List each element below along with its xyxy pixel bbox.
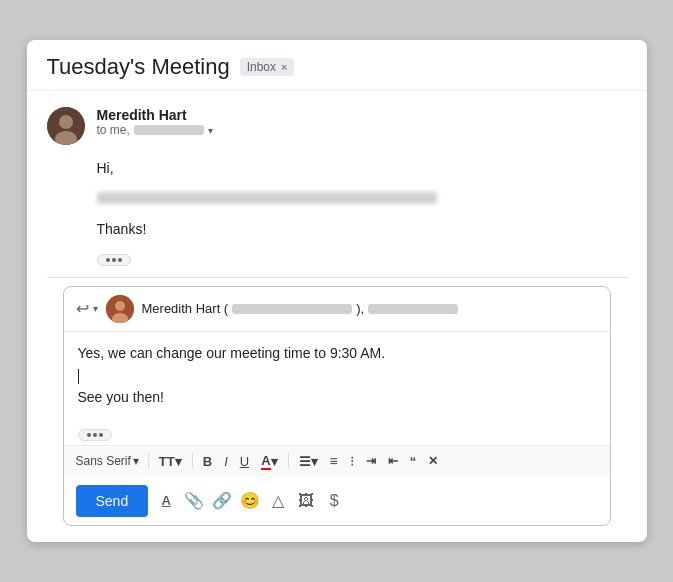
reply-recipient-email-blurred bbox=[232, 304, 352, 314]
dot-r3 bbox=[99, 433, 103, 437]
align-arrow: ▾ bbox=[311, 454, 318, 469]
sender-name: Meredith Hart bbox=[97, 107, 213, 123]
insert-link-icon[interactable]: 🔗 bbox=[212, 491, 232, 511]
reply-avatar-img bbox=[106, 295, 134, 323]
insert-emoji-icon[interactable]: 😊 bbox=[240, 491, 260, 511]
indent-icon: ⇥ bbox=[366, 454, 376, 468]
dot2 bbox=[112, 258, 116, 262]
reply-sender-avatar bbox=[106, 295, 134, 323]
inbox-badge[interactable]: Inbox × bbox=[240, 58, 295, 76]
sender-to-line: to me, ▾ bbox=[97, 123, 213, 137]
outdent-icon: ⇤ bbox=[388, 454, 398, 468]
reply-to-field[interactable]: Meredith Hart ( ), bbox=[142, 301, 598, 316]
reply-line1: Yes, we can change our meeting time to 9… bbox=[78, 345, 386, 361]
svg-point-1 bbox=[59, 115, 73, 129]
reply-icons: ↩ ▾ bbox=[76, 299, 98, 318]
underline-button[interactable]: U bbox=[235, 451, 254, 472]
chevron-down-reply-icon[interactable]: ▾ bbox=[93, 303, 98, 314]
dot-r1 bbox=[87, 433, 91, 437]
reply-ellipsis-row bbox=[64, 419, 610, 445]
text-color-arrow: ▾ bbox=[271, 454, 278, 469]
unordered-list-button[interactable]: ⁝ bbox=[345, 450, 359, 472]
svg-point-4 bbox=[115, 301, 125, 311]
to-label: to me, bbox=[97, 123, 130, 137]
ordered-list-button[interactable]: ≡ bbox=[325, 450, 343, 472]
italic-button[interactable]: I bbox=[219, 451, 233, 472]
bold-button[interactable]: B bbox=[198, 451, 217, 472]
chevron-down-icon[interactable]: ▾ bbox=[208, 125, 213, 136]
reply-line2: See you then! bbox=[78, 389, 164, 405]
font-size-button[interactable]: TT ▾ bbox=[154, 451, 187, 472]
recipient-blurred bbox=[134, 125, 204, 135]
indent-button[interactable]: ⇥ bbox=[361, 451, 381, 471]
reply-recipient-close-paren: ), bbox=[356, 301, 364, 316]
font-family-selector[interactable]: Sans Serif ▾ bbox=[72, 451, 143, 471]
toolbar-separator-2 bbox=[192, 453, 193, 469]
insert-dollar-icon[interactable]: $ bbox=[324, 491, 344, 511]
greeting-line: Hi, bbox=[97, 157, 627, 179]
insert-photo-icon[interactable]: 🖼 bbox=[296, 491, 316, 511]
action-bar: Send A 📎 🔗 😊 △ 🖼 $ bbox=[64, 477, 610, 525]
reply-recipient-name: Meredith Hart ( bbox=[142, 301, 229, 316]
ul-icon: ⁝ bbox=[350, 453, 354, 469]
clear-formatting-button[interactable]: ✕ bbox=[423, 451, 443, 471]
text-color-icon: A bbox=[261, 453, 270, 470]
font-family-arrow: ▾ bbox=[133, 454, 139, 468]
reply-recipient2-blurred bbox=[368, 304, 458, 314]
dot3 bbox=[118, 258, 122, 262]
reply-body[interactable]: Yes, we can change our meeting time to 9… bbox=[64, 332, 610, 419]
reply-text[interactable]: Yes, we can change our meeting time to 9… bbox=[78, 342, 596, 409]
toolbar-separator-3 bbox=[288, 453, 289, 469]
dot1 bbox=[106, 258, 110, 262]
reply-to-row: ↩ ▾ Meredith Hart ( ), bbox=[64, 287, 610, 332]
clear-format-icon: ✕ bbox=[428, 454, 438, 468]
font-size-icon: TT bbox=[159, 454, 175, 469]
google-drive-icon[interactable]: △ bbox=[268, 491, 288, 511]
divider bbox=[47, 277, 627, 278]
text-cursor bbox=[78, 369, 79, 384]
outdent-button[interactable]: ⇤ bbox=[383, 451, 403, 471]
reply-compose-box[interactable]: ↩ ▾ Meredith Hart ( ), bbox=[63, 286, 611, 526]
font-size-arrow: ▾ bbox=[175, 454, 182, 469]
blockquote-button[interactable]: “ bbox=[405, 451, 422, 472]
dot-r2 bbox=[93, 433, 97, 437]
reply-arrow-icon: ↩ bbox=[76, 299, 89, 318]
sender-avatar bbox=[47, 107, 85, 145]
email-body: Meredith Hart to me, ▾ Hi, Thanks! bbox=[27, 91, 647, 542]
body-blurred-line bbox=[97, 192, 437, 204]
font-family-label: Sans Serif bbox=[76, 454, 131, 468]
toolbar-separator-1 bbox=[148, 453, 149, 469]
email-message-body: Hi, Thanks! bbox=[47, 157, 627, 269]
inbox-label: Inbox bbox=[247, 60, 276, 74]
attach-file-icon[interactable]: 📎 bbox=[184, 491, 204, 511]
subject-bar: Tuesday's Meeting Inbox × bbox=[27, 40, 647, 91]
sender-info: Meredith Hart to me, ▾ bbox=[97, 107, 213, 137]
sender-row: Meredith Hart to me, ▾ bbox=[47, 107, 627, 145]
align-icon: ☰ bbox=[299, 454, 311, 469]
quote-icon: “ bbox=[410, 454, 417, 469]
send-button[interactable]: Send bbox=[76, 485, 149, 517]
ol-icon: ≡ bbox=[330, 453, 338, 469]
inbox-close-button[interactable]: × bbox=[281, 61, 287, 73]
formatting-toolbar: Sans Serif ▾ TT ▾ B I U A ▾ ☰ bbox=[64, 445, 610, 477]
text-color-button[interactable]: A ▾ bbox=[256, 450, 282, 473]
reply-expand-button[interactable] bbox=[78, 429, 112, 441]
email-subject: Tuesday's Meeting bbox=[47, 54, 230, 80]
text-style-icon[interactable]: A bbox=[156, 491, 176, 511]
expand-ellipsis-button[interactable] bbox=[97, 254, 131, 266]
email-container: Tuesday's Meeting Inbox × Meredith Hart … bbox=[27, 40, 647, 542]
align-button[interactable]: ☰ ▾ bbox=[294, 451, 323, 472]
signoff-line: Thanks! bbox=[97, 218, 627, 240]
